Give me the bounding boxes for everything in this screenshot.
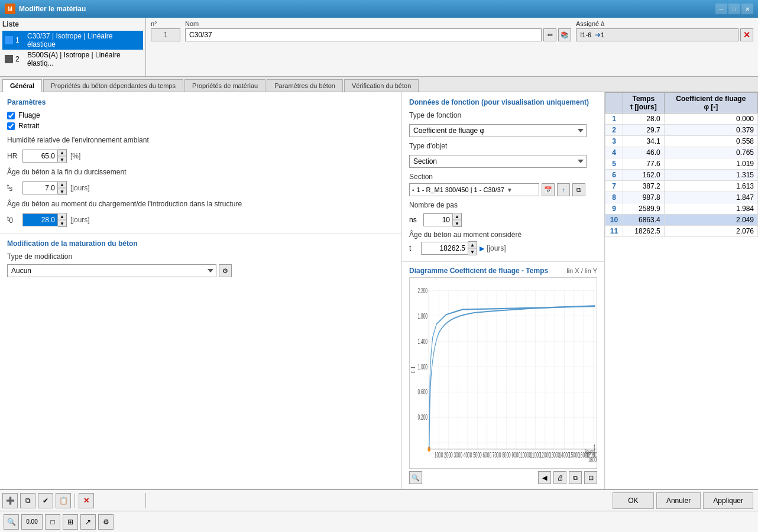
t0-group: Âge du béton au moment du chargement/de … bbox=[7, 200, 394, 227]
add-button[interactable]: ➕ bbox=[2, 493, 18, 508]
ns-spin-down[interactable]: ▼ bbox=[453, 220, 461, 226]
table-row[interactable]: 2 29.7 0.379 bbox=[605, 125, 758, 136]
ts-spin-down[interactable]: ▼ bbox=[58, 188, 66, 194]
mod-type-select[interactable]: Aucun bbox=[7, 264, 216, 277]
row-num: 10 bbox=[605, 215, 623, 226]
settings-tool-button[interactable]: ⚙ bbox=[98, 514, 114, 530]
chart-print-button[interactable]: 🖨 bbox=[553, 471, 566, 484]
bottom-right-buttons: OK Annuler Appliquer bbox=[146, 492, 758, 509]
tab-general[interactable]: Général bbox=[2, 79, 42, 92]
ok-button[interactable]: OK bbox=[613, 492, 654, 509]
t0-unit: [jours] bbox=[70, 216, 90, 224]
hr-spin-down[interactable]: ▼ bbox=[58, 156, 66, 163]
row-coeff: 2.076 bbox=[664, 226, 757, 237]
row-coeff: 2.049 bbox=[664, 215, 757, 226]
grid-tool-button[interactable]: ⊞ bbox=[63, 514, 78, 530]
apply-button[interactable]: Appliquer bbox=[703, 492, 753, 509]
row-coeff: 0.000 bbox=[664, 113, 757, 125]
select-tool-button[interactable]: □ bbox=[45, 514, 60, 530]
type-objet-select[interactable]: Section bbox=[409, 155, 587, 168]
item-color-2 bbox=[5, 55, 13, 63]
fluage-checkbox[interactable] bbox=[7, 112, 15, 119]
svg-text:1.400: 1.400 bbox=[418, 337, 428, 345]
window-title: Modifier le matériau bbox=[19, 5, 712, 13]
book-button[interactable]: 📚 bbox=[558, 28, 571, 41]
tab-materiau[interactable]: Propriétés de matériau bbox=[184, 79, 265, 92]
section-add-button[interactable]: ↑ bbox=[557, 183, 570, 196]
ts-input-group: ▲ ▼ bbox=[22, 181, 67, 195]
name-field: Nom ✏ 📚 bbox=[185, 20, 571, 74]
arrow-tool-button[interactable]: ↗ bbox=[80, 514, 96, 530]
table-row[interactable]: 3 34.1 0.558 bbox=[605, 136, 758, 147]
table-row[interactable]: 9 2589.9 1.984 bbox=[605, 203, 758, 215]
edit-name-button[interactable]: ✏ bbox=[543, 28, 556, 41]
ns-input[interactable] bbox=[423, 213, 453, 226]
close-button[interactable]: ✕ bbox=[741, 4, 753, 14]
chart-copy-button[interactable]: ⧉ bbox=[569, 471, 582, 484]
num-tool-button[interactable]: 0.00 bbox=[21, 514, 43, 530]
type-fonction-select[interactable]: Coefficient de fluage φ bbox=[409, 124, 587, 137]
data-table-panel: Tempst [jours] Coefficient de fluageφ [-… bbox=[604, 92, 758, 489]
num-input[interactable] bbox=[151, 28, 180, 41]
list-item-2[interactable]: 2 B500S(A) | Isotrope | Linéaire élastiq… bbox=[2, 50, 143, 69]
ts-input[interactable] bbox=[22, 181, 58, 194]
svg-text:6000: 6000 bbox=[482, 450, 491, 459]
t0-spin-up[interactable]: ▲ bbox=[58, 213, 66, 220]
cancel-button[interactable]: Annuler bbox=[656, 492, 701, 509]
maximize-button[interactable]: □ bbox=[728, 4, 740, 14]
paste-button[interactable]: 📋 bbox=[56, 493, 71, 508]
mod-settings-button[interactable]: ⚙ bbox=[219, 264, 232, 277]
retrait-checkbox[interactable] bbox=[7, 122, 15, 130]
row-coeff: 1.315 bbox=[664, 170, 757, 181]
assignee-clear-button[interactable]: ✕ bbox=[740, 28, 753, 41]
delete-button[interactable]: ✕ bbox=[79, 493, 94, 508]
minimize-button[interactable]: ─ bbox=[715, 4, 727, 14]
t-arrow[interactable]: ▶ bbox=[480, 245, 484, 252]
chart-export-button[interactable]: ⊡ bbox=[584, 471, 597, 484]
humidite-label: Humidité relative de l'environnement amb… bbox=[7, 136, 394, 144]
type-fonction-label: Type de fonction bbox=[409, 111, 480, 119]
tab-verif-beton[interactable]: Vérification du béton bbox=[344, 79, 419, 92]
chart-zoom-button[interactable]: 🔍 bbox=[409, 471, 422, 484]
row-num: 3 bbox=[605, 136, 623, 147]
tab-beton-temps[interactable]: Propriétés du béton dépendantes du temps bbox=[43, 79, 183, 92]
t-spin-up[interactable]: ▲ bbox=[468, 242, 477, 248]
svg-text:7000: 7000 bbox=[493, 450, 501, 459]
row-time: 29.7 bbox=[623, 125, 665, 136]
table-row[interactable]: 7 387.2 1.613 bbox=[605, 181, 758, 192]
table-row[interactable]: 11 18262.5 2.076 bbox=[605, 226, 758, 237]
bottom-bar: ➕ ⧉ ✔ 📋 ✕ OK Annuler Appliquer bbox=[0, 489, 758, 511]
fluage-label: Fluage bbox=[18, 111, 40, 119]
hr-input[interactable] bbox=[22, 150, 58, 163]
section-calendar-button[interactable]: 📅 bbox=[542, 183, 555, 196]
confirm-button[interactable]: ✔ bbox=[38, 493, 53, 508]
table-row[interactable]: 1 28.0 0.000 bbox=[605, 113, 758, 125]
name-input[interactable] bbox=[185, 28, 542, 41]
hr-spin-up[interactable]: ▲ bbox=[58, 150, 66, 156]
t0-spin-down[interactable]: ▼ bbox=[58, 220, 66, 226]
list-item-1[interactable]: 1 C30/37 | Isotrope | Linéaire élastique bbox=[2, 31, 143, 50]
table-row[interactable]: 5 77.6 1.019 bbox=[605, 158, 758, 170]
t-spin-down[interactable]: ▼ bbox=[468, 248, 477, 255]
copy-button[interactable]: ⧉ bbox=[20, 493, 35, 508]
svg-text:0.200: 0.200 bbox=[418, 413, 428, 421]
ts-label: Âge du béton à la fin du durcissement bbox=[7, 168, 394, 176]
row-coeff: 1.019 bbox=[664, 158, 757, 170]
section-copy-button[interactable]: ⧉ bbox=[572, 183, 585, 196]
chart-left-button[interactable]: ◀ bbox=[538, 471, 551, 484]
svg-text:3000: 3000 bbox=[453, 450, 462, 459]
mod-type-label: Type de modification bbox=[7, 252, 394, 261]
t0-input[interactable] bbox=[22, 213, 58, 226]
t-input[interactable] bbox=[421, 242, 468, 255]
tab-params-beton[interactable]: Paramètres du béton bbox=[267, 79, 343, 92]
search-tool-button[interactable]: 🔍 bbox=[4, 514, 19, 530]
table-row[interactable]: 4 46.0 0.765 bbox=[605, 147, 758, 158]
table-row[interactable]: 10 6863.4 2.049 bbox=[605, 215, 758, 226]
row-coeff: 1.847 bbox=[664, 192, 757, 203]
ns-spin-up[interactable]: ▲ bbox=[453, 213, 461, 220]
table-row[interactable]: 8 987.8 1.847 bbox=[605, 192, 758, 203]
table-row[interactable]: 6 162.0 1.315 bbox=[605, 170, 758, 181]
separator-1 bbox=[74, 494, 75, 508]
ts-spin-up[interactable]: ▲ bbox=[58, 181, 66, 188]
hr-row: HR ▲ ▼ [%] bbox=[7, 149, 394, 163]
